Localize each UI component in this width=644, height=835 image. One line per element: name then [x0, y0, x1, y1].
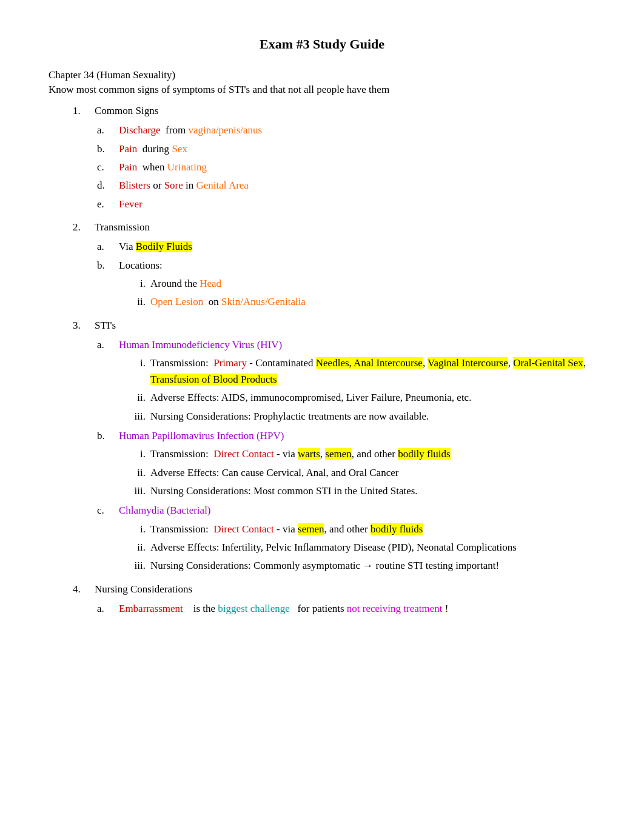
- sign-c-content: Pain when Urinating: [119, 159, 595, 175]
- bodily-fluids-highlighted: Bodily Fluids: [136, 241, 192, 252]
- sign-d-label: d.: [97, 178, 114, 193]
- location-i-content: Around the Head: [150, 276, 595, 292]
- semen-highlighted: semen: [325, 448, 351, 460]
- hpv-nursing-label: iii.: [127, 483, 146, 499]
- hpv-direct-contact: Direct Contact: [213, 448, 274, 460]
- nursing-a-label: a.: [97, 601, 114, 617]
- chlamydia-transmission-content: Transmission: Direct Contact - via semen…: [150, 521, 595, 537]
- transfusion-highlighted: Transfusion of Blood Products: [150, 374, 277, 385]
- pain-text: Pain: [119, 143, 137, 155]
- nursing-a-content: Embarrassment is the biggest challenge f…: [119, 601, 595, 617]
- sign-e-label: e.: [97, 196, 114, 212]
- sti-chlamydia-title: Chlamydia (Bacterial): [119, 503, 595, 518]
- hpv-transmission: i. Transmission: Direct Contact - via wa…: [127, 446, 595, 462]
- bodily-fluids-chlamydia: bodily fluids: [371, 523, 423, 535]
- transmission-b-content: Locations:: [119, 258, 595, 273]
- section-1: 1. Common Signs: [73, 103, 595, 119]
- transmission-b-label: b.: [97, 258, 114, 273]
- transmission-a: a. Via Bodily Fluids: [97, 239, 595, 255]
- section-4-label: 4.: [73, 582, 90, 597]
- section-3-title: STI's: [95, 318, 595, 334]
- location-ii-content: Open Lesion on Skin/Anus/Genitalia: [150, 294, 595, 310]
- sti-hiv: a. Human Immunodeficiency Virus (HIV): [97, 337, 595, 353]
- open-lesion-text: Open Lesion: [150, 296, 203, 307]
- blisters-text: Blisters: [119, 179, 150, 191]
- sex-text: Sex: [172, 143, 187, 155]
- sti-chlamydia-label: c.: [97, 503, 114, 518]
- chlamydia-title-text: Chlamydia (Bacterial): [119, 505, 211, 516]
- hiv-adverse-label: ii.: [127, 390, 146, 406]
- sign-c-label: c.: [97, 159, 114, 175]
- transmission-b: b. Locations:: [97, 258, 595, 273]
- page-title: Exam #3 Study Guide: [49, 36, 595, 52]
- hpv-nursing-content: Nursing Considerations: Most common STI …: [150, 483, 595, 499]
- chapter-heading: Chapter 34 (Human Sexuality): [49, 69, 595, 81]
- hiv-nursing-label: iii.: [127, 409, 146, 424]
- sign-b-label: b.: [97, 141, 114, 157]
- urinating-text: Urinating: [167, 161, 207, 173]
- hiv-adverse: ii. Adverse Effects: AIDS, immunocomprom…: [127, 390, 595, 406]
- hiv-nursing-content: Nursing Considerations: Prophylactic tre…: [150, 409, 595, 424]
- genital-area-text: Genital Area: [196, 179, 249, 191]
- chlamydia-nursing-content: Nursing Considerations: Commonly asympto…: [150, 558, 595, 574]
- vaginal-intercourse-highlighted: Vaginal Intercourse: [428, 357, 508, 369]
- vagina-penis-anus: vagina/penis/anus: [188, 124, 262, 136]
- sore-text: Sore: [164, 179, 183, 191]
- location-ii-label: ii.: [127, 294, 146, 310]
- sign-e: e. Fever: [97, 196, 595, 212]
- chlamydia-nursing: iii. Nursing Considerations: Commonly as…: [127, 558, 595, 574]
- sti-hpv-label: b.: [97, 428, 114, 444]
- nursing-a: a. Embarrassment is the biggest challeng…: [97, 601, 595, 617]
- pain-urinating: Pain: [119, 161, 137, 173]
- hpv-transmission-content: Transmission: Direct Contact - via warts…: [150, 446, 595, 462]
- head-text: Head: [200, 278, 221, 289]
- hiv-transmission-content: Transmission: Primary - Contaminated Nee…: [150, 355, 595, 387]
- primary-text: Primary: [213, 357, 247, 369]
- chlamydia-nursing-label: iii.: [127, 558, 146, 574]
- hiv-transmission-label: i.: [127, 355, 146, 371]
- hpv-adverse-content: Adverse Effects: Can cause Cervical, Ana…: [150, 465, 595, 481]
- section-1-title: Common Signs: [95, 103, 595, 119]
- sign-b-content: Pain during Sex: [119, 141, 595, 157]
- sign-b: b. Pain during Sex: [97, 141, 595, 157]
- not-receiving-text: not receiving treatment: [347, 603, 443, 614]
- intro-text: Know most common signs of symptoms of ST…: [49, 84, 595, 96]
- hiv-nursing: iii. Nursing Considerations: Prophylacti…: [127, 409, 595, 424]
- sign-c: c. Pain when Urinating: [97, 159, 595, 175]
- hiv-adverse-content: Adverse Effects: AIDS, immunocompromised…: [150, 390, 595, 406]
- chlamydia-adverse-content: Adverse Effects: Infertility, Pelvic Inf…: [150, 540, 595, 555]
- section-2-label: 2.: [73, 220, 90, 235]
- embarrassment-text: Embarrassment: [119, 603, 183, 614]
- bodily-fluids-hpv: bodily fluids: [398, 448, 450, 460]
- location-ii: ii. Open Lesion on Skin/Anus/Genitalia: [127, 294, 595, 310]
- warts-highlighted: warts: [298, 448, 320, 460]
- section-4-title: Nursing Considerations: [95, 582, 595, 597]
- section-1-label: 1.: [73, 103, 90, 119]
- sign-d: d. Blisters or Sore in Genital Area: [97, 178, 595, 193]
- fever-text: Fever: [119, 198, 143, 210]
- chlamydia-adverse-label: ii.: [127, 540, 146, 555]
- sign-a-label: a.: [97, 122, 114, 138]
- sign-d-content: Blisters or Sore in Genital Area: [119, 178, 595, 193]
- discharge-text: Discharge: [119, 124, 161, 136]
- hiv-title-text: Human Immunodeficiency Virus (HIV): [119, 339, 282, 350]
- hpv-adverse: ii. Adverse Effects: Can cause Cervical,…: [127, 465, 595, 481]
- section-2-title: Transmission: [95, 220, 595, 235]
- sti-hiv-label: a.: [97, 337, 114, 353]
- sign-a-content: Discharge from vagina/penis/anus: [119, 122, 595, 138]
- location-i-label: i.: [127, 276, 146, 292]
- skin-anus-genitalia: Skin/Anus/Genitalia: [221, 296, 306, 307]
- section-3-label: 3.: [73, 318, 90, 334]
- chlamydia-direct-contact: Direct Contact: [213, 523, 274, 535]
- chlamydia-adverse: ii. Adverse Effects: Infertility, Pelvic…: [127, 540, 595, 555]
- section-4: 4. Nursing Considerations: [73, 582, 595, 597]
- oral-genital-highlighted: Oral-Genital Sex: [513, 357, 583, 369]
- chlamydia-transmission-label: i.: [127, 521, 146, 537]
- hpv-adverse-label: ii.: [127, 465, 146, 481]
- transmission-a-label: a.: [97, 239, 114, 255]
- location-i: i. Around the Head: [127, 276, 595, 292]
- biggest-challenge-text: biggest challenge: [218, 603, 290, 614]
- semen-chlamydia-highlighted: semen: [298, 523, 324, 535]
- section-3: 3. STI's: [73, 318, 595, 334]
- sti-hpv-title: Human Papillomavirus Infection (HPV): [119, 428, 595, 444]
